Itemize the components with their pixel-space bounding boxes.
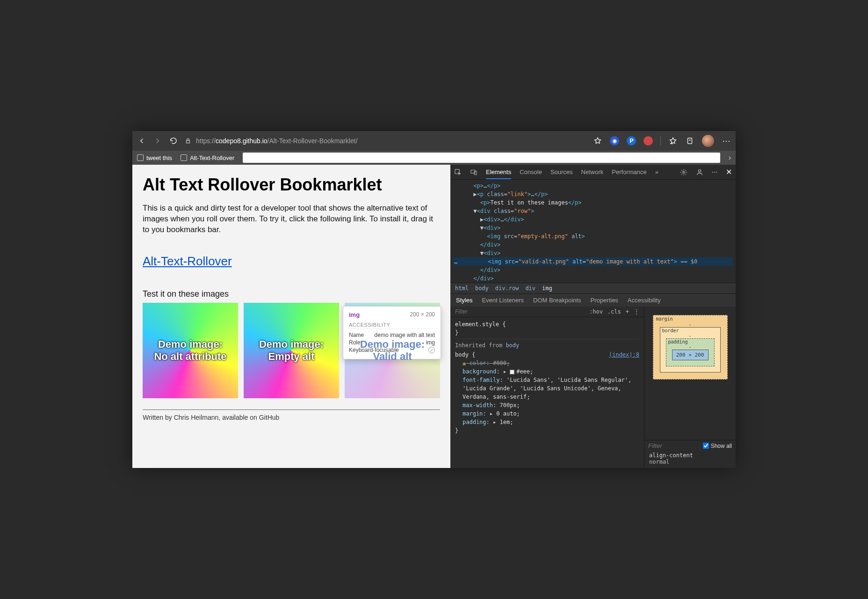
dom-node[interactable]: … <img src="valid-alt.png" alt="demo ima… [453, 257, 733, 266]
computed-panel: margin- border- padding- 200 × 200 Show … [644, 307, 736, 468]
menu-icon[interactable]: ⋯ [722, 136, 731, 146]
dom-node[interactable]: ▼<div> [453, 249, 733, 257]
inherited-label: Inherited from body [455, 339, 639, 351]
box-model[interactable]: margin- border- padding- 200 × 200 [644, 307, 736, 440]
lock-icon [185, 138, 191, 144]
devtools-close-icon[interactable]: ✕ [726, 168, 732, 176]
devtools-menu-icon[interactable]: ⋯ [712, 169, 717, 175]
intro-paragraph: This is a quick and dirty test for a dev… [143, 203, 440, 235]
favorites-list-icon[interactable] [668, 136, 678, 146]
tooltip-dimensions: 200 × 200 [410, 311, 435, 318]
hov-toggle[interactable]: :hov [589, 308, 603, 315]
crumb-item[interactable]: img [542, 285, 552, 292]
subtab-event-listeners[interactable]: Event Listeners [482, 297, 524, 304]
dom-node[interactable]: <p>Test it on these images</p> [453, 198, 733, 207]
tab-performance[interactable]: Performance [612, 168, 646, 175]
page-content: Alt Text Rollover Bookmarklet This is a … [132, 165, 450, 468]
dom-node[interactable]: ▼<div class="row"> [453, 207, 733, 215]
dom-node[interactable]: </div> [453, 274, 733, 283]
page-icon [137, 154, 144, 161]
crumb-item[interactable]: html [455, 285, 469, 292]
profile-avatar[interactable] [702, 135, 714, 147]
address-bar[interactable]: https://codepo8.github.io/Alt-Text-Rollo… [185, 137, 586, 145]
divider [143, 409, 440, 410]
svg-point-5 [683, 171, 685, 173]
not-focusable-icon [428, 347, 435, 353]
settings-icon[interactable] [680, 168, 687, 176]
subtab-styles[interactable]: Styles [456, 297, 472, 304]
forward-button[interactable] [153, 136, 162, 146]
cls-toggle[interactable]: .cls [608, 308, 621, 315]
bookmark-item[interactable]: Alt-Text-Rollover [181, 154, 234, 161]
rule-selector[interactable]: body { [455, 351, 475, 359]
devtools-tabs: Elements Console Sources Network Perform… [450, 165, 736, 180]
crumb-item[interactable]: div.row [495, 285, 519, 292]
css-declaration[interactable]: font-family: 'Lucida Sans', 'Lucida Sans… [455, 376, 639, 401]
crumb-item[interactable]: body [475, 285, 489, 292]
dom-node[interactable]: <img src="empty-alt.png" alt> [453, 232, 733, 241]
toolbar-right: ◉ 𝗣 ⋯ [593, 135, 731, 147]
dom-node[interactable]: ▶<p class="link">…</p> [453, 190, 733, 198]
back-button[interactable] [137, 136, 146, 146]
dom-tree[interactable]: <p>…</p> ▶<p class="link">…</p> <p>Test … [450, 180, 736, 283]
css-declaration[interactable]: margin: ▸ 0 auto; [455, 409, 639, 418]
svg-point-6 [698, 169, 701, 172]
styles-panel: :hov .cls + ⋮ element.style {} Inherited… [450, 307, 644, 468]
element-style-rule[interactable]: element.style {} [455, 320, 639, 337]
tab-console[interactable]: Console [520, 168, 542, 175]
styles-subtabs: Styles Event Listeners DOM Breakpoints P… [450, 294, 736, 307]
css-declaration[interactable]: ▲ color: #000; [455, 359, 639, 367]
demo-image-empty-alt[interactable]: Demo image:Empty alt [244, 303, 339, 398]
feedback-icon[interactable] [696, 168, 703, 176]
styles-filter-input[interactable] [455, 308, 492, 315]
styles-menu-icon[interactable]: ⋮ [634, 308, 639, 315]
tooltip-section-label: ACCESSIBILITY [349, 322, 435, 329]
bookmark-item[interactable]: tweet this [137, 154, 172, 161]
ext-icon-1[interactable]: ◉ [610, 136, 619, 146]
ext-icon-2[interactable]: 𝗣 [627, 136, 636, 146]
refresh-button[interactable] [169, 136, 178, 146]
demo-image-no-alt[interactable]: Demo image:No alt attribute [143, 303, 238, 398]
subtab-dom-breakpoints[interactable]: DOM Breakpoints [533, 297, 581, 304]
svg-rect-0 [187, 140, 190, 143]
device-toggle-icon[interactable] [470, 168, 477, 176]
show-all-checkbox[interactable]: Show all [703, 443, 732, 449]
bookmarklet-link[interactable]: Alt-Text-Rollover [143, 254, 232, 269]
dom-node[interactable]: ▶<div>…</div> [453, 215, 733, 224]
favorite-icon[interactable] [593, 136, 602, 146]
dom-breadcrumb: html body div.row div img [450, 283, 736, 294]
tabs-overflow[interactable]: » [655, 168, 658, 175]
crumb-item[interactable]: div [525, 285, 535, 292]
tab-elements[interactable]: Elements [486, 168, 511, 179]
dom-node[interactable]: </div> [453, 241, 733, 249]
tab-network[interactable]: Network [581, 168, 604, 175]
dom-node[interactable]: </div> [453, 266, 733, 274]
divider [660, 136, 661, 146]
dom-node[interactable]: <p>…</p> [453, 182, 733, 190]
css-declaration[interactable]: background: ▸ #eee; [455, 367, 639, 376]
bookmarks-overflow[interactable]: › [729, 153, 731, 162]
css-declaration[interactable]: padding: ▸ 1em; [455, 418, 639, 426]
new-rule-button[interactable]: + [626, 308, 629, 315]
css-declaration[interactable]: max-width: 700px; [455, 401, 639, 409]
browser-toolbar: https://codepo8.github.io/Alt-Text-Rollo… [132, 131, 736, 151]
dom-node[interactable]: ▼<div> [453, 224, 733, 232]
page-icon [181, 154, 187, 161]
page-title: Alt Text Rollover Bookmarklet [143, 175, 440, 195]
bookmarks-bar: tweet this Alt-Text-Rollover › [132, 151, 736, 165]
tooltip-tag: img [349, 311, 360, 318]
computed-filter-input[interactable] [648, 442, 672, 449]
devtools: Elements Console Sources Network Perform… [450, 165, 736, 468]
subtab-accessibility[interactable]: Accessibility [628, 297, 661, 304]
subtab-properties[interactable]: Properties [591, 297, 618, 304]
tab-sources[interactable]: Sources [550, 168, 573, 175]
computed-list[interactable]: align-content normal [644, 451, 736, 468]
page-footer: Written by Chris Heilmann, available on … [143, 414, 440, 421]
bookmarks-search[interactable] [243, 153, 720, 163]
rule-source-link[interactable]: (index):8 [609, 351, 639, 359]
browser-window: https://codepo8.github.io/Alt-Text-Rollo… [132, 131, 736, 468]
inspect-icon[interactable] [454, 168, 462, 176]
ext-icon-3[interactable] [644, 136, 653, 146]
images-heading: Test it on these images [143, 289, 440, 299]
collections-icon[interactable] [685, 136, 694, 146]
